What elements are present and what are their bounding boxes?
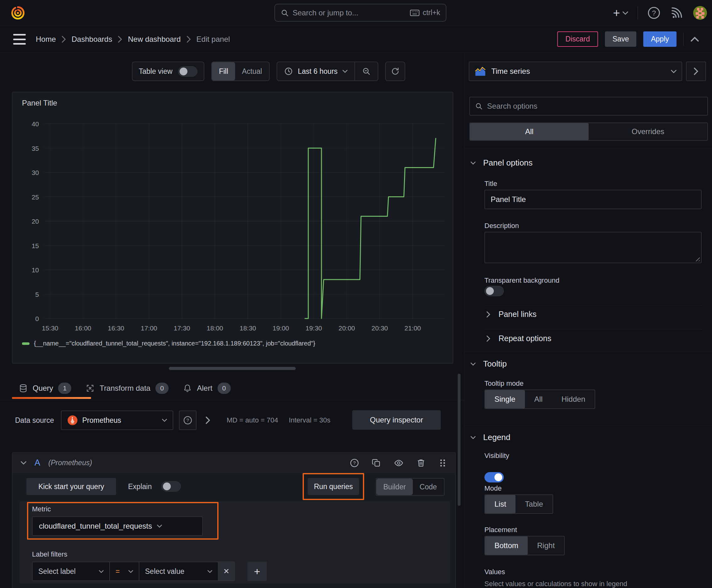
- chart-legend: {__name__="cloudflared_tunnel_total_requ…: [22, 340, 315, 347]
- tab-query[interactable]: Query 1: [19, 383, 71, 394]
- user-avatar[interactable]: [693, 5, 708, 20]
- time-series-chart[interactable]: 15:3016:0016:3017:0017:3018:0018:3019:00…: [17, 117, 449, 337]
- actual-option[interactable]: Actual: [235, 62, 269, 80]
- options-search[interactable]: [469, 97, 708, 115]
- legend-section-header[interactable]: Legend: [471, 433, 511, 442]
- tooltip-single-option[interactable]: Single: [485, 390, 525, 408]
- chevron-down-icon: [623, 11, 628, 15]
- legend-series-label[interactable]: {__name__="cloudflared_tunnel_total_requ…: [34, 340, 315, 347]
- explain-toggle[interactable]: [161, 481, 181, 491]
- viz-suggestions-button[interactable]: [686, 62, 706, 81]
- add-filter-button[interactable]: +: [247, 562, 267, 581]
- time-range-picker[interactable]: Last 6 hours: [277, 62, 355, 80]
- news-rss-icon[interactable]: [670, 6, 683, 19]
- legend-right-option[interactable]: Right: [528, 537, 564, 555]
- search-shortcut: ctrl+k: [410, 8, 440, 17]
- collapse-pane-icon[interactable]: [691, 37, 699, 42]
- tooltip-section-header[interactable]: Tooltip: [471, 359, 507, 369]
- tab-alert[interactable]: Alert 0: [183, 383, 231, 394]
- datasource-label: Data source: [15, 416, 54, 425]
- chevron-down-icon: [471, 362, 476, 365]
- visualization-picker[interactable]: Time series: [469, 62, 682, 81]
- remove-filter-button[interactable]: ✕: [218, 562, 235, 581]
- breadcrumb-dashboards[interactable]: Dashboards: [71, 35, 112, 44]
- tooltip-all-option[interactable]: All: [525, 390, 552, 408]
- panel-links-section[interactable]: Panel links: [486, 310, 537, 319]
- svg-text:?: ?: [353, 460, 356, 465]
- panel-options-section-header[interactable]: Panel options: [471, 158, 533, 168]
- pane-resize-handle[interactable]: [169, 367, 296, 370]
- datasource-picker[interactable]: Prometheus: [61, 411, 173, 430]
- legend-list-option[interactable]: List: [485, 495, 516, 513]
- svg-text:21:00: 21:00: [404, 324, 421, 332]
- panel-title-input[interactable]: [484, 190, 702, 209]
- tab-all[interactable]: All: [470, 123, 589, 140]
- hide-response-icon[interactable]: [394, 458, 404, 468]
- kick-start-query-button[interactable]: Kick start your query: [26, 478, 116, 495]
- repeat-options-section[interactable]: Repeat options: [486, 334, 551, 343]
- global-search[interactable]: Search or jump to... ctrl+k: [274, 4, 447, 22]
- legend-table-option[interactable]: Table: [516, 495, 552, 513]
- builder-option[interactable]: Builder: [376, 479, 413, 495]
- query-help-icon[interactable]: ?: [350, 458, 359, 468]
- refresh-button[interactable]: [385, 62, 405, 81]
- fill-option[interactable]: Fill: [212, 62, 235, 80]
- discard-button[interactable]: Discard: [557, 31, 598, 47]
- query-pane-scrollbar[interactable]: [458, 374, 460, 506]
- time-controls: Last 6 hours: [277, 62, 379, 81]
- tab-transform-data[interactable]: Transform data 0: [86, 383, 169, 394]
- code-option[interactable]: Code: [413, 479, 444, 495]
- query-inspector-button[interactable]: Query inspector: [352, 410, 441, 430]
- expand-options-icon[interactable]: [205, 417, 210, 424]
- new-menu-button[interactable]: +: [613, 6, 628, 20]
- query-ref-id[interactable]: A: [35, 458, 40, 468]
- select-label-dropdown[interactable]: Select label: [32, 562, 110, 581]
- prometheus-icon: [67, 415, 78, 426]
- operator-dropdown[interactable]: =: [109, 562, 139, 581]
- legend-values-help: Select values or calculations to show in…: [484, 580, 627, 588]
- transparent-background-toggle[interactable]: [484, 286, 504, 296]
- metric-label: Metric: [32, 505, 51, 513]
- legend-bottom-option[interactable]: Bottom: [485, 537, 528, 555]
- tooltip-hidden-option[interactable]: Hidden: [552, 390, 595, 408]
- menu-toggle-icon[interactable]: [13, 34, 26, 45]
- table-view-label: Table view: [139, 67, 172, 76]
- metric-select[interactable]: cloudflared_tunnel_total_requests: [32, 517, 203, 536]
- database-icon: [19, 384, 28, 393]
- legend-placement-label: Placement: [484, 526, 517, 534]
- svg-text:0: 0: [35, 315, 39, 322]
- legend-visibility-toggle[interactable]: [484, 472, 504, 482]
- panel-toolbar: Table view Fill Actual Last 6 hours: [132, 62, 405, 81]
- save-button[interactable]: Save: [605, 31, 637, 47]
- duplicate-query-icon[interactable]: [372, 458, 381, 468]
- visibility-label: Visibility: [484, 452, 509, 460]
- max-datapoints-stat: MD = auto = 704: [226, 416, 278, 424]
- chevron-down-icon: [471, 436, 476, 439]
- search-placeholder: Search or jump to...: [293, 8, 406, 17]
- svg-text:20: 20: [32, 218, 39, 225]
- grafana-logo-icon[interactable]: [10, 5, 26, 21]
- chevron-down-icon: [208, 570, 212, 573]
- breadcrumb-home[interactable]: Home: [36, 35, 56, 44]
- svg-text:15:30: 15:30: [42, 324, 58, 332]
- options-search-input[interactable]: [487, 102, 702, 110]
- tab-overrides[interactable]: Overrides: [589, 123, 707, 140]
- drag-handle-icon[interactable]: [438, 458, 447, 468]
- datasource-help-button[interactable]: ?: [179, 411, 196, 430]
- svg-text:20:00: 20:00: [339, 324, 355, 332]
- help-icon[interactable]: ?: [647, 6, 661, 19]
- svg-text:18:30: 18:30: [239, 324, 256, 332]
- run-queries-button[interactable]: Run queries: [308, 478, 359, 495]
- table-view-control: Table view: [132, 62, 204, 81]
- transform-icon: [86, 384, 94, 393]
- select-value-dropdown[interactable]: Select value: [139, 562, 218, 581]
- table-view-toggle[interactable]: [178, 66, 197, 77]
- breadcrumb-new-dashboard[interactable]: New dashboard: [128, 35, 180, 44]
- resize-grip-icon[interactable]: [694, 256, 700, 261]
- remove-query-icon[interactable]: [416, 458, 426, 468]
- description-textarea[interactable]: [484, 232, 702, 263]
- apply-button[interactable]: Apply: [643, 31, 676, 47]
- zoom-out-button[interactable]: [355, 62, 377, 80]
- legend-swatch[interactable]: [22, 342, 29, 345]
- collapse-query-icon[interactable]: [21, 461, 26, 465]
